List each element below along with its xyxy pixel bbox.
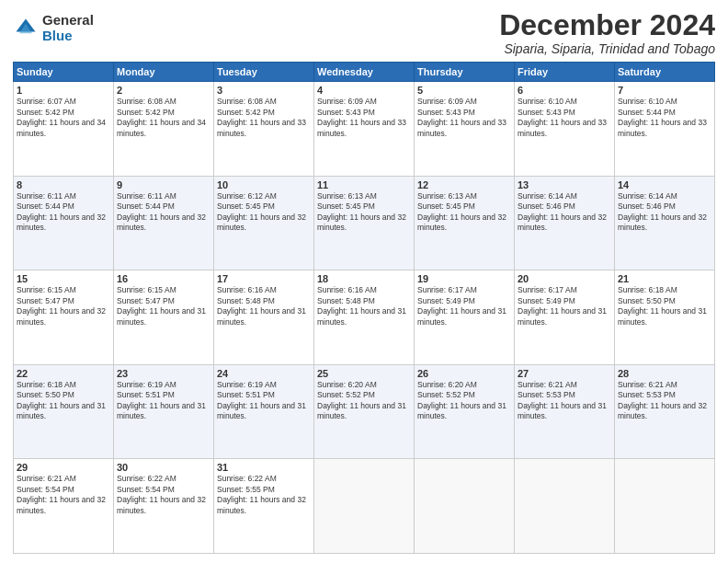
calendar-day-cell: 18Sunrise: 6:16 AMSunset: 5:48 PMDayligh…: [314, 270, 415, 365]
calendar-day-cell: [415, 459, 515, 554]
day-detail: Sunrise: 6:17 AMSunset: 5:49 PMDaylight:…: [518, 285, 611, 327]
calendar-day-cell: 29Sunrise: 6:21 AMSunset: 5:54 PMDayligh…: [14, 459, 114, 554]
day-detail: Sunrise: 6:11 AMSunset: 5:44 PMDaylight:…: [117, 191, 210, 234]
calendar-day-cell: 7Sunrise: 6:10 AMSunset: 5:44 PMDaylight…: [615, 82, 715, 177]
logo: General Blue: [13, 13, 94, 43]
day-number: 1: [17, 85, 110, 96]
calendar-day-cell: 16Sunrise: 6:15 AMSunset: 5:47 PMDayligh…: [114, 270, 214, 365]
day-number: 30: [117, 462, 210, 473]
day-number: 20: [518, 273, 611, 284]
day-detail: Sunrise: 6:11 AMSunset: 5:44 PMDaylight:…: [17, 191, 110, 234]
day-number: 22: [17, 368, 110, 379]
day-detail: Sunrise: 6:09 AMSunset: 5:43 PMDaylight:…: [317, 97, 411, 139]
day-number: 13: [518, 179, 611, 190]
calendar-day-cell: 8Sunrise: 6:11 AMSunset: 5:44 PMDaylight…: [14, 176, 114, 270]
calendar-header-cell: Wednesday: [314, 63, 415, 82]
calendar-header-cell: Thursday: [415, 63, 515, 82]
day-detail: Sunrise: 6:22 AMSunset: 5:54 PMDaylight:…: [117, 474, 210, 516]
day-number: 28: [618, 368, 711, 379]
calendar-day-cell: 28Sunrise: 6:21 AMSunset: 5:53 PMDayligh…: [615, 364, 715, 459]
day-detail: Sunrise: 6:18 AMSunset: 5:50 PMDaylight:…: [17, 380, 110, 422]
day-number: 6: [518, 85, 611, 96]
calendar-day-cell: 2Sunrise: 6:08 AMSunset: 5:42 PMDaylight…: [114, 82, 214, 177]
calendar-day-cell: 11Sunrise: 6:13 AMSunset: 5:45 PMDayligh…: [314, 176, 415, 270]
day-number: 2: [117, 85, 210, 96]
day-number: 19: [417, 273, 511, 284]
calendar-header-row: SundayMondayTuesdayWednesdayThursdayFrid…: [14, 63, 715, 82]
calendar-header-cell: Saturday: [615, 63, 715, 82]
subtitle: Siparia, Siparia, Trinidad and Tobago: [499, 41, 715, 56]
day-detail: Sunrise: 6:16 AMSunset: 5:48 PMDaylight:…: [217, 285, 311, 327]
calendar-header-cell: Monday: [114, 63, 214, 82]
calendar-day-cell: 10Sunrise: 6:12 AMSunset: 5:45 PMDayligh…: [214, 176, 314, 270]
logo-icon: [13, 16, 39, 41]
calendar-day-cell: 14Sunrise: 6:14 AMSunset: 5:46 PMDayligh…: [615, 176, 715, 270]
day-number: 16: [117, 273, 210, 284]
calendar-day-cell: 4Sunrise: 6:09 AMSunset: 5:43 PMDaylight…: [314, 82, 415, 177]
day-number: 7: [618, 85, 711, 96]
main-title: December 2024: [499, 9, 715, 41]
day-number: 23: [117, 368, 210, 379]
calendar-day-cell: 19Sunrise: 6:17 AMSunset: 5:49 PMDayligh…: [415, 270, 515, 365]
calendar-day-cell: 6Sunrise: 6:10 AMSunset: 5:43 PMDaylight…: [515, 82, 615, 177]
day-number: 21: [618, 273, 711, 284]
day-detail: Sunrise: 6:19 AMSunset: 5:51 PMDaylight:…: [217, 380, 311, 422]
day-number: 27: [518, 368, 611, 379]
day-detail: Sunrise: 6:22 AMSunset: 5:55 PMDaylight:…: [217, 474, 311, 516]
calendar-day-cell: 25Sunrise: 6:20 AMSunset: 5:52 PMDayligh…: [314, 364, 415, 459]
day-detail: Sunrise: 6:21 AMSunset: 5:54 PMDaylight:…: [17, 474, 110, 516]
calendar-week-row: 15Sunrise: 6:15 AMSunset: 5:47 PMDayligh…: [14, 270, 715, 365]
day-number: 10: [217, 179, 311, 190]
day-detail: Sunrise: 6:21 AMSunset: 5:53 PMDaylight:…: [618, 380, 711, 422]
day-detail: Sunrise: 6:18 AMSunset: 5:50 PMDaylight:…: [618, 285, 711, 327]
calendar-day-cell: 12Sunrise: 6:13 AMSunset: 5:45 PMDayligh…: [415, 176, 515, 270]
calendar-day-cell: 3Sunrise: 6:08 AMSunset: 5:42 PMDaylight…: [214, 82, 314, 177]
calendar-week-row: 8Sunrise: 6:11 AMSunset: 5:44 PMDaylight…: [14, 176, 715, 270]
day-number: 5: [417, 85, 511, 96]
day-number: 14: [618, 179, 711, 190]
calendar-day-cell: [314, 459, 415, 554]
day-number: 24: [217, 368, 311, 379]
calendar-day-cell: 9Sunrise: 6:11 AMSunset: 5:44 PMDaylight…: [114, 176, 214, 270]
calendar-header-cell: Sunday: [14, 63, 114, 82]
calendar-week-row: 1Sunrise: 6:07 AMSunset: 5:42 PMDaylight…: [14, 82, 715, 177]
day-number: 31: [217, 462, 311, 473]
day-detail: Sunrise: 6:15 AMSunset: 5:47 PMDaylight:…: [17, 285, 110, 327]
calendar-day-cell: 21Sunrise: 6:18 AMSunset: 5:50 PMDayligh…: [615, 270, 715, 365]
day-detail: Sunrise: 6:12 AMSunset: 5:45 PMDaylight:…: [217, 191, 311, 234]
calendar-day-cell: [615, 459, 715, 554]
logo-blue: Blue: [42, 29, 94, 44]
calendar-week-row: 29Sunrise: 6:21 AMSunset: 5:54 PMDayligh…: [14, 459, 715, 554]
day-detail: Sunrise: 6:17 AMSunset: 5:49 PMDaylight:…: [417, 285, 511, 327]
day-number: 11: [317, 179, 411, 190]
calendar-day-cell: 1Sunrise: 6:07 AMSunset: 5:42 PMDaylight…: [14, 82, 114, 177]
logo-text: General Blue: [42, 13, 94, 43]
day-detail: Sunrise: 6:09 AMSunset: 5:43 PMDaylight:…: [417, 97, 511, 139]
calendar-day-cell: 15Sunrise: 6:15 AMSunset: 5:47 PMDayligh…: [14, 270, 114, 365]
day-number: 9: [117, 179, 210, 190]
title-block: December 2024 Siparia, Siparia, Trinidad…: [499, 9, 715, 56]
calendar-day-cell: [515, 459, 615, 554]
day-detail: Sunrise: 6:13 AMSunset: 5:45 PMDaylight:…: [417, 191, 511, 234]
day-detail: Sunrise: 6:08 AMSunset: 5:42 PMDaylight:…: [217, 97, 311, 139]
day-number: 8: [17, 179, 110, 190]
day-number: 3: [217, 85, 311, 96]
calendar-day-cell: 17Sunrise: 6:16 AMSunset: 5:48 PMDayligh…: [214, 270, 314, 365]
calendar-day-cell: 20Sunrise: 6:17 AMSunset: 5:49 PMDayligh…: [515, 270, 615, 365]
day-number: 18: [317, 273, 411, 284]
calendar-day-cell: 26Sunrise: 6:20 AMSunset: 5:52 PMDayligh…: [415, 364, 515, 459]
day-number: 25: [317, 368, 411, 379]
calendar-day-cell: 27Sunrise: 6:21 AMSunset: 5:53 PMDayligh…: [515, 364, 615, 459]
day-number: 4: [317, 85, 411, 96]
calendar-day-cell: 30Sunrise: 6:22 AMSunset: 5:54 PMDayligh…: [114, 459, 214, 554]
day-detail: Sunrise: 6:10 AMSunset: 5:43 PMDaylight:…: [518, 97, 611, 139]
day-detail: Sunrise: 6:14 AMSunset: 5:46 PMDaylight:…: [518, 191, 611, 234]
day-detail: Sunrise: 6:07 AMSunset: 5:42 PMDaylight:…: [17, 97, 110, 139]
calendar-header-cell: Friday: [515, 63, 615, 82]
calendar-day-cell: 22Sunrise: 6:18 AMSunset: 5:50 PMDayligh…: [14, 364, 114, 459]
calendar-day-cell: 5Sunrise: 6:09 AMSunset: 5:43 PMDaylight…: [415, 82, 515, 177]
logo-general: General: [42, 13, 94, 29]
calendar: SundayMondayTuesdayWednesdayThursdayFrid…: [13, 62, 715, 554]
day-detail: Sunrise: 6:10 AMSunset: 5:44 PMDaylight:…: [618, 97, 711, 139]
day-detail: Sunrise: 6:16 AMSunset: 5:48 PMDaylight:…: [317, 285, 411, 327]
